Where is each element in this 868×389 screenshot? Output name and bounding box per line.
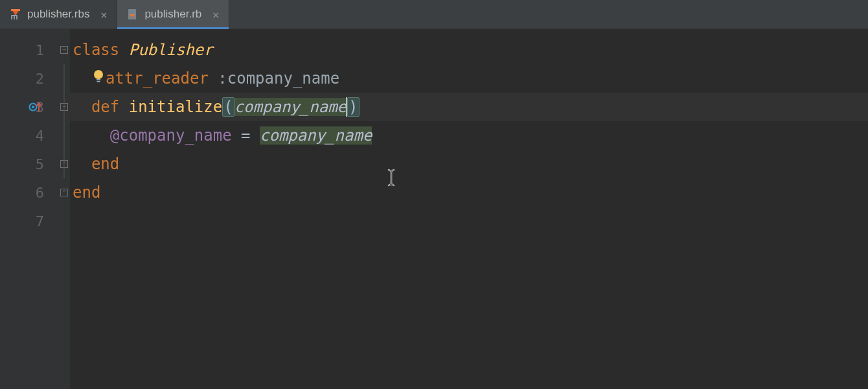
tab-label: publisher.rbs [27, 8, 89, 21]
gutter-line-3[interactable]: 3 [0, 93, 58, 121]
tab-publisher-rbs[interactable]: publisher.rbs × [0, 0, 117, 29]
tab-label: publisher.rb [144, 8, 201, 21]
svg-rect-1 [11, 9, 20, 11]
svg-point-7 [32, 106, 34, 108]
fold-end-icon[interactable]: ⌃ [60, 189, 68, 196]
tabs-bar: publisher.rbs × publisher.rb × [0, 0, 868, 29]
gutter-line-5[interactable]: 5 [0, 150, 58, 178]
code-line-5[interactable]: end [70, 150, 868, 178]
override-marker-icon[interactable] [29, 100, 43, 114]
fold-bar: − − ⌃ ⌃ [58, 29, 70, 389]
gutter-line-4[interactable]: 4 [0, 121, 58, 150]
code-line-7[interactable] [70, 207, 868, 235]
close-icon[interactable]: × [211, 8, 221, 21]
code-line-4[interactable]: @company_name = company_name [70, 121, 868, 150]
svg-marker-3 [136, 9, 138, 11]
svg-rect-5 [130, 14, 135, 16]
svg-rect-9 [97, 79, 100, 80]
code-line-6[interactable]: end [70, 178, 868, 207]
fold-toggle-icon[interactable]: − [60, 46, 68, 54]
code-line-3[interactable]: def initialize(company_name) [70, 93, 868, 121]
code-line-1[interactable]: class Publisher [70, 36, 868, 64]
svg-point-8 [94, 70, 103, 79]
gutter: 1 2 3 4 5 6 7 [0, 29, 58, 389]
code-area[interactable]: class Publisher attr_reader :company_nam… [70, 29, 868, 389]
gutter-line-1[interactable]: 1 [0, 36, 58, 64]
intention-bulb-icon[interactable] [91, 68, 106, 89]
ruby-rbs-file-icon [9, 8, 22, 21]
editor-area: 1 2 3 4 5 6 7 − − ⌃ ⌃ class Publisher at… [0, 29, 868, 389]
svg-rect-10 [97, 81, 100, 82]
gutter-line-7[interactable]: 7 [0, 207, 58, 235]
code-line-2[interactable]: attr_reader :company_name [70, 64, 868, 93]
ruby-file-icon [126, 8, 139, 21]
gutter-line-6[interactable]: 6 [0, 178, 58, 207]
close-icon[interactable]: × [98, 8, 109, 21]
gutter-line-2[interactable]: 2 [0, 64, 58, 93]
tab-publisher-rb[interactable]: publisher.rb × [117, 0, 229, 29]
